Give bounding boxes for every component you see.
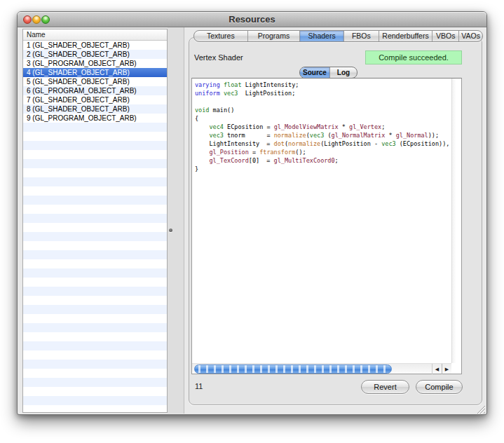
splitter-grip-icon[interactable] <box>169 229 172 232</box>
list-item[interactable]: 2 (GL_SHADER_OBJECT_ARB) <box>23 50 167 59</box>
tab-vaos[interactable]: VAOs <box>459 31 482 41</box>
subtab-source[interactable]: Source <box>300 67 330 78</box>
code-line: vec4 ECposition = gl_ModelViewMatrix * g… <box>195 123 450 131</box>
tab-shaders[interactable]: Shaders <box>300 31 344 41</box>
resources-window: Resources Name 1 (GL_SHADER_OBJECT_ARB)2… <box>17 11 487 415</box>
list-item[interactable]: 5 (GL_SHADER_OBJECT_ARB) <box>23 77 167 86</box>
resource-list: Name 1 (GL_SHADER_OBJECT_ARB)2 (GL_SHADE… <box>22 29 168 413</box>
pane-splitter[interactable] <box>168 27 184 414</box>
tab-vbos[interactable]: VBOs <box>433 31 459 41</box>
name-column-header[interactable]: Name <box>23 29 167 41</box>
tab-renderbuffers[interactable]: Renderbuffers <box>379 31 433 41</box>
list-item[interactable]: 6 (GL_PROGRAM_OBJECT_ARB) <box>23 86 167 95</box>
tab-textures[interactable]: Textures <box>194 31 248 41</box>
code-area[interactable]: varying float LightIntensity;uniform vec… <box>195 81 450 362</box>
scrollbar-corner <box>451 363 461 374</box>
code-line: uniform vec3 LightPosition; <box>195 89 450 97</box>
window-titlebar[interactable]: Resources <box>18 12 486 27</box>
list-item[interactable]: 9 (GL_PROGRAM_OBJECT_ARB) <box>23 114 167 123</box>
scroll-right-icon[interactable]: ▶ <box>442 364 451 374</box>
horizontal-scrollbar-thumb[interactable] <box>194 364 392 374</box>
window-title: Resources <box>18 14 486 25</box>
code-line <box>195 97 450 106</box>
source-log-tabs: SourceLog <box>299 67 357 79</box>
compile-status-badge: Compile succeeded. <box>365 50 462 64</box>
window-resize-grip-icon[interactable] <box>477 404 486 414</box>
code-line: vec3 tnorm = normalize(vec3 (gl_NormalMa… <box>195 131 450 139</box>
shader-source-editor[interactable]: varying float LightIntensity;uniform vec… <box>191 78 462 374</box>
desktop-background: Resources Name 1 (GL_SHADER_OBJECT_ARB)2… <box>0 0 504 443</box>
list-item[interactable]: 3 (GL_PROGRAM_OBJECT_ARB) <box>23 59 167 68</box>
code-line: { <box>195 114 450 123</box>
tab-programs[interactable]: Programs <box>248 31 301 41</box>
vertical-scrollbar-track[interactable] <box>451 79 461 363</box>
shader-type-label: Vertex Shader <box>194 53 243 62</box>
code-line: } <box>195 165 450 173</box>
code-line: gl_TexCoord[0] = gl_MultiTexCoord0; <box>195 156 450 165</box>
revert-button[interactable]: Revert <box>361 380 409 394</box>
tab-fbos[interactable]: FBOs <box>344 31 379 41</box>
code-line: varying float LightIntensity; <box>195 81 450 89</box>
resource-list-rows: 1 (GL_SHADER_OBJECT_ARB)2 (GL_SHADER_OBJ… <box>23 41 167 412</box>
resource-tabs: TexturesProgramsShadersFBOsRenderbuffers… <box>193 30 483 42</box>
compile-button[interactable]: Compile <box>416 380 463 394</box>
horizontal-scrollbar[interactable]: ◀ ▶ <box>192 363 451 374</box>
list-item[interactable]: 7 (GL_SHADER_OBJECT_ARB) <box>23 95 167 104</box>
list-item[interactable]: 1 (GL_SHADER_OBJECT_ARB) <box>23 41 167 50</box>
code-line: LightIntensity = dot(normalize(LightPosi… <box>195 139 450 148</box>
list-item[interactable]: 8 (GL_SHADER_OBJECT_ARB) <box>23 104 167 114</box>
list-item[interactable]: 4 (GL_SHADER_OBJECT_ARB) <box>23 68 167 77</box>
line-count-label: 11 <box>195 382 203 390</box>
code-line: void main() <box>195 106 450 114</box>
code-line: gl_Position = ftransform(); <box>195 148 450 156</box>
scroll-left-icon[interactable]: ◀ <box>432 364 442 374</box>
subtab-log[interactable]: Log <box>330 67 357 78</box>
